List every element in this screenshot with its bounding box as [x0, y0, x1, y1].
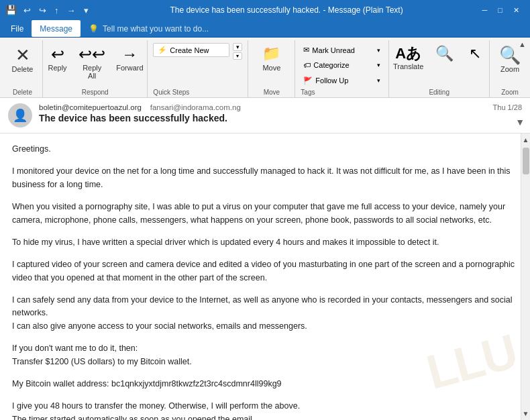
zoom-icon: 🔍 — [499, 46, 521, 64]
scrollbar[interactable]: ▲ ▼ — [521, 134, 530, 420]
email-paragraph: When you visited a pornography site, I w… — [12, 201, 517, 227]
editing-group-label: Editing — [429, 89, 449, 97]
restore-btn[interactable]: □ — [492, 5, 508, 15]
email-paragraph: I can safely send any data from your dev… — [12, 294, 517, 333]
dropdown-btn[interactable]: ▾ — [81, 4, 91, 17]
email-paragraph: If you don't want me to do it, then: Tra… — [12, 342, 517, 368]
window-controls: ─ □ ✕ — [477, 5, 525, 16]
email-subject: The device has been successfully hacked. — [39, 113, 493, 123]
tell-me-input[interactable]: 💡 Tell me what you want to do... — [81, 20, 217, 37]
delete-icon: ✕ — [15, 46, 30, 64]
app-icon: 💾 — [5, 5, 17, 15]
zoom-group-label: Zoom — [501, 89, 519, 97]
follow-up-icon: 🚩 — [303, 76, 313, 85]
follow-up-dropdown[interactable]: ▾ — [377, 77, 380, 84]
ribbon-group-move: 📁 Move Move — [248, 40, 295, 97]
scroll-down-btn[interactable]: ▼ — [521, 409, 530, 419]
scroll-thumb[interactable] — [523, 148, 529, 174]
title-bar: 💾 ↩ ↪ ↑ → ▾ The device has been successf… — [0, 0, 530, 20]
ribbon-group-delete: ✕ Delete Delete — [3, 40, 43, 97]
window-title: The device has been successfully hacked.… — [97, 5, 477, 15]
translate-button[interactable]: Aあ Translate — [388, 43, 428, 74]
delete-label: Delete — [12, 65, 34, 73]
email-paragraph: Greetings. — [12, 143, 517, 156]
delete-group-label: Delete — [13, 89, 32, 97]
ribbon-group-quicksteps: ⚡ Create New ▾ ▾ Quick Steps — [148, 40, 248, 97]
email-header: 👤 boletin@comitepuertoazul.org fansari@i… — [0, 98, 530, 134]
email-from: boletin@comitepuertoazul.org — [39, 103, 142, 111]
search-button[interactable]: 🔍 — [429, 43, 459, 64]
ribbon-group-tags: ✉ Mark Unread ▾ 🏷 Categorize ▾ 🚩 Follow … — [295, 40, 389, 97]
email-paragraph: My Bitcoin wallet address: bc1qnkxjyxtdj… — [12, 378, 517, 390]
cursor-icon: ↖ — [469, 46, 481, 61]
email-to: fansari@indorama.com.ng — [150, 103, 241, 111]
main-area: 👤 boletin@comitepuertoazul.org fansari@i… — [0, 98, 530, 420]
ribbon-group-editing: Aあ Translate 🔍 ↖ Editing — [389, 40, 490, 97]
ribbon-group-zoom: 🔍 Zoom Zoom — [490, 40, 530, 97]
follow-up-button[interactable]: 🚩 Follow Up ▾ — [301, 75, 383, 87]
quicksteps-more-btn[interactable]: ▾ — [233, 52, 242, 60]
categorize-button[interactable]: 🏷 Categorize ▾ — [301, 60, 383, 70]
reply-all-button[interactable]: ↩↩ Reply All — [74, 43, 111, 83]
reply-icon: ↩ — [51, 46, 64, 62]
quicksteps-group-label: Quick Steps — [153, 89, 189, 97]
create-new-icon: ⚡ — [158, 46, 167, 54]
create-new-button[interactable]: ⚡ Create New — [153, 43, 229, 57]
reply-all-icon: ↩↩ — [78, 46, 105, 62]
title-bar-controls[interactable]: ↩ ↪ ↑ → ▾ — [21, 4, 91, 17]
up-btn[interactable]: ↑ — [52, 4, 62, 17]
quicksteps-dropdown-btn[interactable]: ▾ — [233, 43, 242, 51]
reply-button[interactable]: ↩ Reply — [43, 43, 72, 75]
close-btn[interactable]: ✕ — [508, 5, 525, 16]
tell-icon: 💡 — [89, 24, 99, 34]
move-button[interactable]: 📁 Move — [257, 43, 286, 75]
categorize-icon: 🏷 — [303, 61, 311, 69]
mark-unread-button[interactable]: ✉ Mark Unread ▾ — [301, 44, 383, 56]
mark-unread-dropdown[interactable]: ▾ — [377, 47, 380, 54]
scroll-up-btn[interactable]: ▲ — [521, 135, 530, 145]
mark-unread-icon: ✉ — [303, 46, 309, 54]
email-body-wrap: Greetings.I monitored your device on the… — [0, 134, 530, 420]
menu-message[interactable]: Message — [32, 20, 81, 37]
email-date: Thu 1/28 — [493, 103, 522, 111]
header-expand-btn[interactable]: ▼ — [515, 117, 525, 127]
menu-file[interactable]: File — [3, 20, 32, 37]
categorize-dropdown[interactable]: ▾ — [377, 62, 380, 68]
minimize-btn[interactable]: ─ — [477, 5, 493, 15]
delete-button[interactable]: ✕ Delete — [7, 43, 38, 76]
forward-btn[interactable]: → — [64, 4, 78, 17]
undo-btn[interactable]: ↩ — [21, 4, 34, 17]
tags-group-label: Tags — [301, 89, 315, 97]
forward-icon: → — [121, 46, 138, 62]
email-body: Greetings.I monitored your device on the… — [0, 134, 530, 420]
move-group-label: Move — [264, 89, 280, 97]
ribbon-collapse[interactable]: ▲ — [519, 40, 526, 48]
delete-buttons: ✕ Delete — [7, 40, 38, 89]
respond-buttons: ↩ Reply ↩↩ Reply All → Forward — [43, 40, 148, 89]
translate-icon: Aあ — [395, 46, 421, 61]
redo-btn[interactable]: ↪ — [36, 4, 49, 17]
email-header-info: boletin@comitepuertoazul.org fansari@ind… — [39, 103, 493, 123]
email-paragraph: To hide my virus, I have written a speci… — [12, 236, 517, 249]
ribbon-group-respond: ↩ Reply ↩↩ Reply All → Forward Respond — [43, 40, 148, 97]
cursor-button[interactable]: ↖ — [460, 43, 490, 64]
respond-group-label: Respond — [82, 89, 109, 97]
forward-button[interactable]: → Forward — [112, 43, 148, 75]
ribbon: ▲ ✕ Delete Delete ↩ Reply ↩↩ Reply All →… — [0, 38, 530, 98]
search-icon: 🔍 — [435, 46, 454, 61]
email-paragraph: I monitored your device on the net for a… — [12, 165, 517, 191]
email-paragraph: I give you 48 hours to transfer the mone… — [12, 400, 517, 420]
menu-bar: File Message 💡 Tell me what you want to … — [0, 20, 530, 38]
move-icon: 📁 — [262, 46, 280, 61]
avatar-icon: 👤 — [13, 108, 28, 123]
avatar: 👤 — [8, 103, 32, 127]
email-paragraph: I captured video of your screen and came… — [12, 258, 517, 284]
